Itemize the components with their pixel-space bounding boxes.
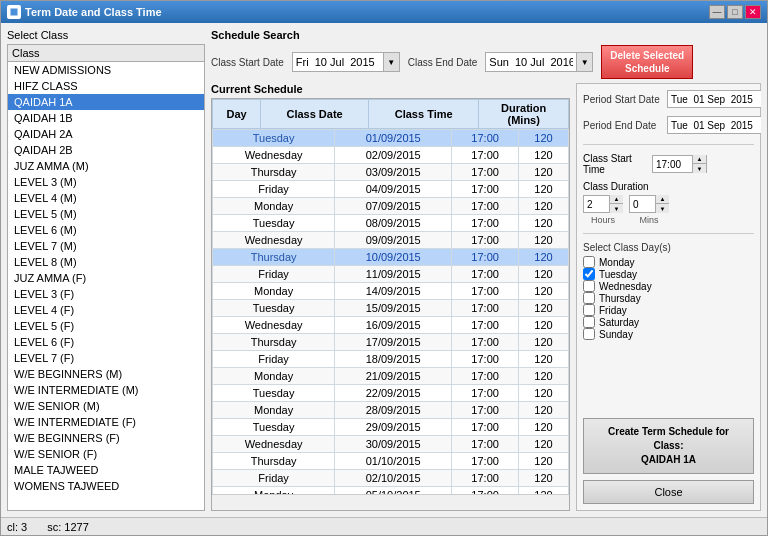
- table-row[interactable]: Wednesday02/09/201517:00120: [213, 147, 569, 164]
- sc-status: sc: 1277: [47, 521, 89, 533]
- class-start-time-input[interactable]: [653, 158, 692, 171]
- table-row[interactable]: Tuesday29/09/201517:00120: [213, 419, 569, 436]
- class-item[interactable]: W/E INTERMEDIATE (F): [8, 414, 204, 430]
- class-item[interactable]: MALE TAJWEED: [8, 462, 204, 478]
- table-row[interactable]: Wednesday16/09/201517:00120: [213, 317, 569, 334]
- day-checkbox-sunday[interactable]: [583, 328, 595, 340]
- table-row[interactable]: Friday02/10/201517:00120: [213, 470, 569, 487]
- day-checkbox-wednesday[interactable]: [583, 280, 595, 292]
- day-checkbox-monday[interactable]: [583, 256, 595, 268]
- table-hscroll[interactable]: [212, 494, 569, 510]
- class-item[interactable]: LEVEL 7 (M): [8, 238, 204, 254]
- class-item[interactable]: QAIDAH 1B: [8, 110, 204, 126]
- end-date-input[interactable]: [486, 55, 576, 69]
- table-row[interactable]: Friday04/09/201517:00120: [213, 181, 569, 198]
- mins-input-group[interactable]: ▲ ▼: [629, 195, 669, 213]
- table-row[interactable]: Thursday17/09/201517:00120: [213, 334, 569, 351]
- table-row[interactable]: Tuesday01/09/201517:00120: [213, 130, 569, 147]
- create-schedule-button[interactable]: Create Term Schedule for Class:QAIDAH 1A: [583, 418, 754, 474]
- hours-input[interactable]: [584, 198, 609, 211]
- class-item[interactable]: NEW ADMISSIONS: [8, 62, 204, 78]
- class-item[interactable]: HIFZ CLASS: [8, 78, 204, 94]
- table-row[interactable]: Thursday03/09/201517:00120: [213, 164, 569, 181]
- class-item[interactable]: LEVEL 8 (M): [8, 254, 204, 270]
- class-start-time-spinner: ▲ ▼: [692, 155, 706, 173]
- class-item[interactable]: W/E BEGINNERS (F): [8, 430, 204, 446]
- time-up-btn[interactable]: ▲: [693, 155, 706, 164]
- hours-down-btn[interactable]: ▼: [610, 204, 623, 213]
- mins-up-btn[interactable]: ▲: [656, 195, 669, 204]
- class-start-time-input-group[interactable]: ▲ ▼: [652, 155, 707, 173]
- table-row[interactable]: Thursday01/10/201517:00120: [213, 453, 569, 470]
- table-row[interactable]: Monday07/09/201517:00120: [213, 198, 569, 215]
- mins-down-btn[interactable]: ▼: [656, 204, 669, 213]
- table-scroll[interactable]: Tuesday01/09/201517:00120Wednesday02/09/…: [212, 129, 569, 494]
- hours-up-btn[interactable]: ▲: [610, 195, 623, 204]
- cell-day: Thursday: [213, 453, 335, 470]
- table-row[interactable]: Friday18/09/201517:00120: [213, 351, 569, 368]
- class-item[interactable]: LEVEL 3 (F): [8, 286, 204, 302]
- class-item[interactable]: W/E BEGINNERS (M): [8, 366, 204, 382]
- table-row[interactable]: Wednesday30/09/201517:00120: [213, 436, 569, 453]
- window-icon: [7, 5, 21, 19]
- class-item[interactable]: QAIDAH 1A: [8, 94, 204, 110]
- class-start-time-label: Class Start Time: [583, 153, 648, 175]
- cell-duration: 120: [518, 147, 568, 164]
- class-item[interactable]: QAIDAH 2A: [8, 126, 204, 142]
- time-down-btn[interactable]: ▼: [693, 164, 706, 173]
- end-date-dropdown-btn[interactable]: ▼: [576, 53, 592, 71]
- period-start-input-group[interactable]: ▼: [667, 90, 761, 108]
- class-item[interactable]: W/E SENIOR (F): [8, 446, 204, 462]
- hours-input-group[interactable]: ▲ ▼: [583, 195, 623, 213]
- start-date-input[interactable]: [293, 55, 383, 69]
- table-row[interactable]: Monday05/10/201517:00120: [213, 487, 569, 495]
- table-row[interactable]: Monday28/09/201517:00120: [213, 402, 569, 419]
- delete-schedule-button[interactable]: Delete SelectedSchedule: [601, 45, 693, 79]
- day-checkbox-row: Tuesday: [583, 268, 754, 280]
- period-start-input[interactable]: [668, 93, 761, 106]
- start-date-input-group[interactable]: ▼: [292, 52, 400, 72]
- class-item[interactable]: JUZ AMMA (F): [8, 270, 204, 286]
- cell-day: Tuesday: [213, 300, 335, 317]
- day-checkbox-tuesday[interactable]: [583, 268, 595, 280]
- class-item[interactable]: JUZ AMMA (M): [8, 158, 204, 174]
- maximize-button[interactable]: □: [727, 5, 743, 19]
- class-item[interactable]: LEVEL 4 (M): [8, 190, 204, 206]
- checkboxes-container: MondayTuesdayWednesdayThursdayFridaySatu…: [583, 256, 754, 340]
- period-end-input[interactable]: [668, 119, 761, 132]
- day-checkbox-saturday[interactable]: [583, 316, 595, 328]
- table-row[interactable]: Tuesday22/09/201517:00120: [213, 385, 569, 402]
- class-item[interactable]: QAIDAH 2B: [8, 142, 204, 158]
- class-item[interactable]: W/E SENIOR (M): [8, 398, 204, 414]
- cell-date: 05/10/2015: [335, 487, 452, 495]
- close-window-button[interactable]: ✕: [745, 5, 761, 19]
- class-item[interactable]: WOMENS TAJWEED: [8, 478, 204, 494]
- cell-date: 18/09/2015: [335, 351, 452, 368]
- end-date-input-group[interactable]: ▼: [485, 52, 593, 72]
- mins-input[interactable]: [630, 198, 655, 211]
- class-item[interactable]: LEVEL 7 (F): [8, 350, 204, 366]
- class-item[interactable]: LEVEL 6 (M): [8, 222, 204, 238]
- cell-day: Monday: [213, 402, 335, 419]
- class-item[interactable]: W/E INTERMEDIATE (M): [8, 382, 204, 398]
- day-checkbox-thursday[interactable]: [583, 292, 595, 304]
- table-row[interactable]: Tuesday08/09/201517:00120: [213, 215, 569, 232]
- day-checkbox-friday[interactable]: [583, 304, 595, 316]
- table-row[interactable]: Wednesday09/09/201517:00120: [213, 232, 569, 249]
- table-row[interactable]: Tuesday15/09/201517:00120: [213, 300, 569, 317]
- close-button[interactable]: Close: [583, 480, 754, 504]
- class-item[interactable]: LEVEL 5 (M): [8, 206, 204, 222]
- minimize-button[interactable]: —: [709, 5, 725, 19]
- period-end-input-group[interactable]: ▼: [667, 116, 761, 134]
- start-date-dropdown-btn[interactable]: ▼: [383, 53, 399, 71]
- class-item[interactable]: LEVEL 6 (F): [8, 334, 204, 350]
- table-row[interactable]: Monday21/09/201517:00120: [213, 368, 569, 385]
- cell-duration: 120: [518, 232, 568, 249]
- class-item[interactable]: LEVEL 3 (M): [8, 174, 204, 190]
- class-item[interactable]: LEVEL 5 (F): [8, 318, 204, 334]
- table-row[interactable]: Thursday10/09/201517:00120: [213, 249, 569, 266]
- main-content-row: Current Schedule Day Class Date Class Ti…: [211, 83, 761, 511]
- table-row[interactable]: Friday11/09/201517:00120: [213, 266, 569, 283]
- table-row[interactable]: Monday14/09/201517:00120: [213, 283, 569, 300]
- class-item[interactable]: LEVEL 4 (F): [8, 302, 204, 318]
